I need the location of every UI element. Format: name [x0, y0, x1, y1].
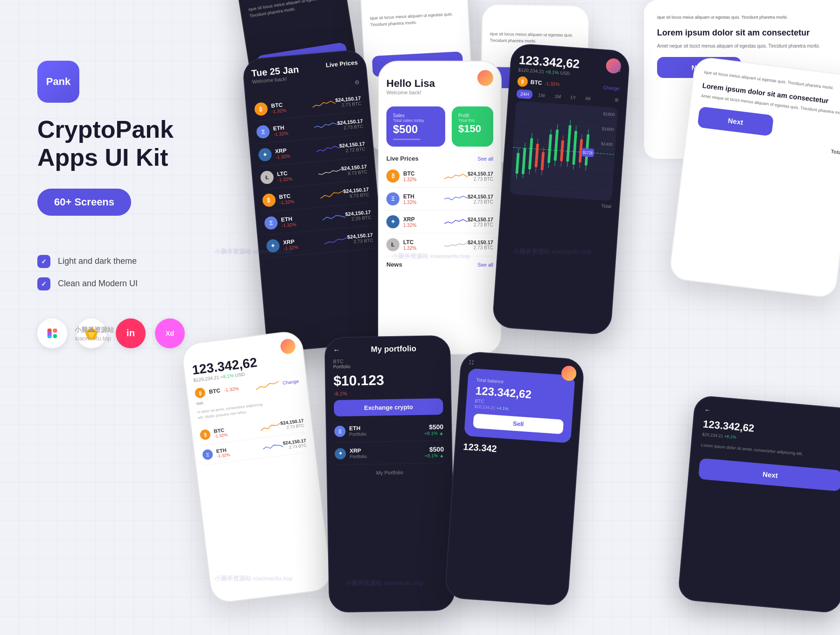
portfolio-btc-chart [255, 379, 280, 391]
svg-line-12 [512, 163, 614, 170]
feature-2-label: Clean and Modern UI [58, 279, 138, 289]
total-right-label: Total [696, 132, 840, 155]
btc-mini-chart [312, 97, 336, 110]
far-right-partial-2: ← 123.342,62 $20,234.21 +8.1% Lorem ipsu… [677, 395, 840, 614]
news-section: News See all [386, 261, 493, 268]
far-right-partial-1: ique sit locus meius aliquam ut egestas … [668, 56, 840, 299]
light-ltc-chart [444, 239, 468, 250]
tab-1m[interactable]: 1M [551, 92, 565, 101]
adobe-xd-icon: Xd [155, 318, 185, 348]
tb-secondary-amount: 123.342 [463, 441, 570, 459]
svg-text:$1728: $1728 [583, 150, 593, 155]
eth-mini-chart-2 [322, 211, 346, 224]
tab-all[interactable]: All [581, 94, 595, 104]
profit-value: $150 [458, 123, 487, 135]
tool-icons: in Xd [37, 318, 215, 348]
my-portfolio-title: My portfolio [345, 344, 442, 355]
feature-2: Clean and Modern UI [37, 277, 215, 290]
sell-button[interactable]: Sell [473, 414, 564, 434]
live-prices-section: Live Prices See all [386, 155, 493, 162]
next-btn-dark-right[interactable]: Next [698, 458, 840, 491]
btc-icon-1: ₿ [254, 102, 268, 116]
next-btn-right-panel[interactable]: Next [697, 106, 774, 136]
portfolio-eth-row: Ξ ETH Portfolio $500 +8.1% ▲ [334, 418, 444, 443]
feature-1: Light and dark theme [37, 255, 215, 268]
phone-chart-trading: 123.342,62 $120,234.21 +8.1% USD ₿ BTC -… [492, 43, 630, 335]
xrp-icon-2: ✦ [266, 239, 280, 253]
grid-icon-tb [469, 360, 474, 365]
lisa-avatar [477, 70, 493, 86]
svg-rect-1 [53, 328, 57, 332]
tab-1w[interactable]: 1W [534, 91, 549, 100]
portfolio-btc-icon: ₿ [195, 387, 206, 399]
light-eth-chart [444, 193, 468, 205]
live-prices-label: Live Prices [325, 59, 358, 69]
back-arrow-portfolio[interactable]: ← [333, 346, 340, 354]
light-crypto-ltc: Ł LTC 1.32% $24,150.17 2.73 BTC [386, 233, 493, 256]
onboarding-text-2: ique sit locus meius aliquam ut egestas … [370, 11, 461, 28]
ltc-light-icon: Ł [386, 238, 399, 251]
btc-icon-2: ₿ [262, 193, 276, 207]
phone-hello-lisa: Hello Lisa Welcome back! Sales Total sal… [378, 61, 502, 355]
feature-2-checkbox [37, 277, 50, 290]
btc-light-icon: ₿ [386, 169, 399, 183]
xrp-light-icon: ✦ [386, 215, 399, 228]
light-crypto-eth: Ξ ETH 1.32% $24,150.17 2.73 BTC [386, 188, 493, 211]
btc-portfolio-value: $10.123 [333, 371, 443, 389]
chart-btc-label: BTC [530, 79, 542, 86]
btc-mini-chart-2 [320, 188, 344, 201]
xrp-icon-1: ✦ [258, 148, 272, 162]
total-balance-card: Total balance 123.342,62 BTC $20,234.21 … [464, 368, 575, 444]
logo-box: Pank [37, 61, 79, 103]
eth-light-icon: Ξ [386, 192, 399, 205]
light-btc-chart [444, 170, 468, 182]
exchange-btn[interactable]: Exchange crypto [334, 398, 443, 416]
btc-portfolio-change: -8.1% [334, 389, 443, 396]
back-arrow-right-dark[interactable]: ← [704, 406, 711, 414]
light-xrp-chart [444, 216, 468, 227]
sales-sublabel: Total sales today [393, 118, 439, 123]
lorem-text-top: ique sit locus meius aliquam ut egestas … [657, 14, 827, 21]
chart-btc-icon: ₿ [517, 76, 528, 87]
sales-value: $500 [393, 123, 439, 136]
candlestick-chart: $1728 $1800 $1600 $1400 [510, 101, 618, 201]
watermark-left-1: 小脑斧资源站 [75, 326, 114, 334]
svg-line-10 [515, 121, 616, 128]
main-title: CryptoPank Apps UI Kit [37, 116, 215, 172]
watermark-left-2: xiaonaofu.top [75, 335, 111, 342]
portfolio-xrp-row: ✦ XRP Portfolio $500 +8.1% ▲ [335, 441, 444, 465]
phone-live-prices: Tue 25 Jan Welcome back! Live Prices ⚙ ₿… [242, 49, 391, 353]
ltc-mini-chart [318, 165, 342, 178]
sales-label: Sales [393, 113, 439, 118]
change-label[interactable]: Change [603, 85, 620, 91]
xrp-mini-chart [315, 142, 340, 155]
tab-1y[interactable]: 1Y [566, 92, 580, 102]
feature-1-checkbox [37, 255, 50, 268]
onboarding-text-3: ique sit locus meius aliquam ut egestas … [490, 31, 580, 45]
screens-badge[interactable]: 60+ Screens [37, 189, 131, 216]
svg-line-14 [513, 148, 615, 155]
svg-point-3 [53, 334, 57, 338]
phone-portfolio-light: 🔍 123.342,62 $120,234.21 +8.1% USD ₿ BTC… [181, 330, 333, 604]
eth-icon-1: Ξ [256, 125, 270, 139]
feature-1-label: Light and dark theme [58, 256, 137, 266]
profit-sublabel: Total this [458, 118, 487, 123]
grid-dots-icon [616, 67, 621, 72]
phone-my-portfolio: ← My portfolio BTC Portfolio $10.123 -8.… [324, 335, 455, 613]
eth-mini-chart [314, 120, 338, 133]
chart-settings-icon[interactable]: ≡ [615, 96, 619, 106]
svg-rect-4 [48, 331, 52, 335]
lorem-body: Amet neque sit tscict menus aliquam of e… [657, 42, 827, 49]
profit-card: Profit Total this $150 [452, 106, 493, 147]
light-crypto-xrp: ✦ XRP 1.32% $24,150.17 2.73 BTC [386, 211, 493, 233]
hello-subtitle: Welcome back! [386, 90, 493, 95]
my-portfolio-footer: My Portfolio [335, 469, 444, 476]
svg-line-13 [511, 183, 612, 190]
tab-24h[interactable]: 24H [516, 89, 533, 99]
light-crypto-btc: ₿ BTC 1.32% $24,150.17 2.73 BTC [386, 165, 493, 188]
ltc-icon-1: Ł [260, 170, 274, 184]
xrp-mini-chart-2 [324, 234, 348, 247]
profit-label: Profit [458, 113, 487, 118]
figma-icon [37, 318, 67, 348]
invision-icon: in [116, 318, 146, 348]
